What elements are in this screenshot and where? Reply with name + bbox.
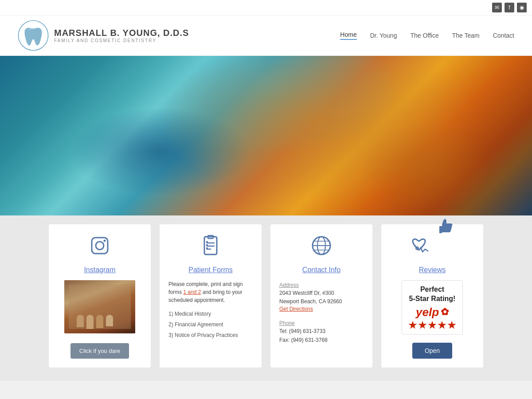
phone-label: Phone xyxy=(279,320,364,326)
cards-grid: Instagram Click if you dare xyxy=(49,224,483,368)
logo-text-area: Marshall B. Young, D.D.S Family and Cosm… xyxy=(54,28,189,43)
star-rating xyxy=(408,321,456,330)
address-line1: 2043 Westcliff Dr, #300 xyxy=(279,289,364,297)
svg-rect-11 xyxy=(206,247,208,249)
forms-list: 1) Medical History 2) Financial Agreemen… xyxy=(168,309,253,340)
logo-tooth-icon xyxy=(18,20,49,51)
patient-forms-card: Patient Forms Please complete, print and… xyxy=(160,224,262,368)
form-item-3: 3) Notice of Privacy Practices xyxy=(168,330,253,340)
reviews-card: Reviews Perfect 5-Star Rating! yelp ✿ Op… xyxy=(381,224,483,368)
facebook-icon[interactable]: f xyxy=(505,3,514,12)
reviews-title[interactable]: Reviews xyxy=(419,266,446,274)
yelp-title-line1: Perfect xyxy=(408,285,456,294)
star-2 xyxy=(418,321,427,330)
instagram-card: Instagram Click if you dare xyxy=(49,224,151,368)
contact-info-body: Address 2043 Westcliff Dr, #300 Newport … xyxy=(279,280,364,344)
address-label: Address xyxy=(279,282,364,288)
instagram-title[interactable]: Instagram xyxy=(84,266,115,274)
fax-number: Fax: (949) 631-3768 xyxy=(279,336,364,344)
nav-the-office[interactable]: The Office xyxy=(410,32,438,39)
instagram-photo xyxy=(64,280,135,333)
star-4 xyxy=(438,321,446,330)
logo-subtitle: Family and Cosmetic Dentistry xyxy=(54,38,189,43)
instagram-icon xyxy=(89,235,110,261)
star-3 xyxy=(428,321,437,330)
svg-rect-10 xyxy=(206,244,208,246)
patient-forms-body: Please complete, print and sign forms 1 … xyxy=(168,280,253,340)
patient-forms-icon xyxy=(200,235,221,261)
email-icon[interactable]: ✉ xyxy=(492,3,502,12)
nav-contact[interactable]: Contact xyxy=(493,32,514,39)
yelp-flower-icon: ✿ xyxy=(441,306,449,318)
hero-banner xyxy=(0,56,532,215)
reviews-icon xyxy=(408,235,456,261)
nav-the-team[interactable]: The Team xyxy=(452,32,480,39)
star-5 xyxy=(447,321,456,330)
form-item-1: 1) Medical History xyxy=(168,309,253,319)
patient-forms-title[interactable]: Patient Forms xyxy=(188,266,233,274)
patient-forms-description: Please complete, print and sign forms 1 … xyxy=(168,280,253,304)
patient-forms-link[interactable]: 1 and 2 xyxy=(183,289,201,295)
yelp-title-line2: 5-Star Rating! xyxy=(408,294,456,304)
header: Marshall B. Young, D.D.S Family and Cosm… xyxy=(0,16,532,56)
get-directions-link[interactable]: Get Directions xyxy=(279,306,364,312)
rss-icon[interactable]: ◉ xyxy=(517,3,527,12)
contact-info-title[interactable]: Contact Info xyxy=(302,266,340,274)
hero-wave-overlay xyxy=(0,56,532,215)
logo-title: Marshall B. Young, D.D.S xyxy=(54,28,189,38)
cards-section: Instagram Click if you dare xyxy=(0,215,532,381)
tel-number: Tel: (949) 631-3733 xyxy=(279,327,364,336)
main-nav: Home Dr. Young The Office The Team Conta… xyxy=(340,31,514,40)
star-1 xyxy=(408,321,417,330)
logo-area: Marshall B. Young, D.D.S Family and Cosm… xyxy=(18,20,189,51)
nav-home[interactable]: Home xyxy=(340,31,356,40)
form-item-2: 2) Financial Agreement xyxy=(168,319,253,330)
contact-info-card: Contact Info Address 2043 Westcliff Dr, … xyxy=(270,224,372,368)
yelp-logo: yelp ✿ xyxy=(408,305,456,319)
contact-info-icon xyxy=(311,235,332,261)
svg-point-3 xyxy=(104,240,106,242)
svg-rect-9 xyxy=(206,241,208,243)
top-bar: ✉ f ◉ xyxy=(0,0,532,16)
address-line2: Newport Beach, CA 92660 xyxy=(279,297,364,306)
nav-dr-young[interactable]: Dr. Young xyxy=(370,32,397,39)
svg-point-2 xyxy=(96,242,104,250)
instagram-button[interactable]: Click if you dare xyxy=(70,343,129,359)
reviews-open-button[interactable]: Open xyxy=(412,343,452,359)
yelp-box: Perfect 5-Star Rating! yelp ✿ xyxy=(402,280,463,335)
